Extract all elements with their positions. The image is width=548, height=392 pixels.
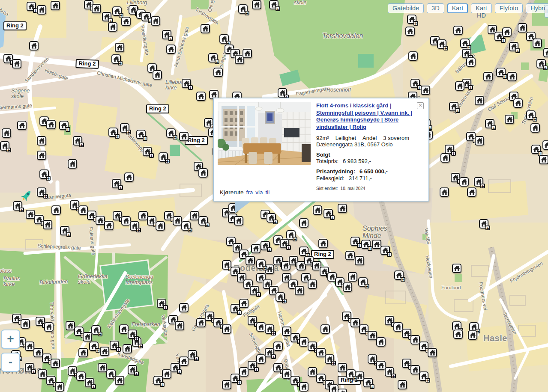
- house-marker[interactable]: [222, 324, 231, 334]
- house-marker[interactable]: [124, 172, 134, 182]
- house-marker[interactable]: [123, 344, 132, 353]
- house-marker[interactable]: [455, 81, 464, 91]
- house-marker[interactable]: [83, 332, 92, 342]
- house-marker[interactable]: +: [25, 363, 34, 372]
- house-marker[interactable]: [475, 136, 484, 146]
- house-marker[interactable]: +: [157, 299, 166, 308]
- house-marker[interactable]: +: [385, 367, 394, 377]
- house-marker[interactable]: [299, 337, 308, 347]
- house-marker[interactable]: [190, 211, 199, 220]
- house-marker[interactable]: +: [531, 145, 541, 154]
- house-marker[interactable]: +: [181, 221, 191, 231]
- house-marker[interactable]: [316, 348, 326, 357]
- house-marker[interactable]: +: [171, 363, 180, 372]
- house-marker[interactable]: +: [346, 369, 356, 379]
- house-marker[interactable]: [17, 121, 27, 130]
- house-marker[interactable]: +: [60, 226, 69, 235]
- house-marker[interactable]: [410, 335, 420, 344]
- house-marker[interactable]: +: [536, 59, 546, 68]
- house-marker[interactable]: +: [261, 241, 270, 250]
- zoom-in-button[interactable]: +: [1, 330, 20, 349]
- house-marker[interactable]: [408, 51, 418, 61]
- house-marker[interactable]: [100, 347, 109, 356]
- house-marker[interactable]: +: [265, 348, 274, 357]
- house-marker[interactable]: +: [275, 292, 285, 302]
- map-type-button-kart[interactable]: Kart: [447, 3, 468, 13]
- house-marker[interactable]: [338, 204, 347, 213]
- house-marker[interactable]: +: [70, 200, 79, 210]
- house-marker[interactable]: [466, 57, 476, 67]
- house-marker[interactable]: +: [3, 54, 13, 63]
- house-marker[interactable]: [295, 286, 304, 295]
- house-marker[interactable]: [213, 68, 223, 77]
- house-marker[interactable]: +: [73, 136, 82, 146]
- house-marker[interactable]: +: [27, 2, 36, 11]
- house-marker[interactable]: [410, 365, 420, 374]
- house-marker[interactable]: [92, 4, 101, 13]
- house-marker[interactable]: [2, 128, 11, 138]
- house-marker[interactable]: +: [102, 12, 111, 21]
- house-marker[interactable]: [256, 322, 266, 332]
- house-marker[interactable]: +: [342, 312, 351, 321]
- house-marker[interactable]: +: [496, 68, 506, 77]
- house-marker[interactable]: [166, 45, 176, 54]
- map-type-button-gatebilde[interactable]: Gatebilde: [388, 3, 424, 13]
- house-marker[interactable]: +: [265, 324, 274, 334]
- house-marker[interactable]: [26, 210, 35, 219]
- house-marker[interactable]: +: [74, 327, 84, 336]
- house-marker[interactable]: +: [361, 240, 371, 249]
- house-marker[interactable]: +: [68, 366, 77, 376]
- house-marker[interactable]: [518, 23, 527, 33]
- house-marker[interactable]: [78, 348, 88, 357]
- house-marker[interactable]: [368, 331, 377, 340]
- house-marker[interactable]: +: [120, 123, 129, 133]
- house-marker[interactable]: +: [267, 213, 276, 223]
- house-marker[interactable]: +: [162, 30, 171, 39]
- house-marker[interactable]: +: [273, 363, 283, 372]
- house-marker[interactable]: +: [526, 110, 536, 120]
- house-marker[interactable]: [345, 251, 355, 260]
- house-marker[interactable]: [421, 86, 430, 95]
- house-marker[interactable]: [533, 39, 542, 48]
- house-marker[interactable]: [175, 321, 184, 330]
- house-marker[interactable]: +: [231, 304, 240, 313]
- house-marker[interactable]: [44, 322, 54, 332]
- house-marker[interactable]: [201, 24, 210, 33]
- house-marker[interactable]: +: [159, 152, 168, 162]
- house-marker[interactable]: [440, 187, 449, 197]
- house-marker[interactable]: [542, 140, 548, 150]
- house-marker[interactable]: +: [106, 369, 116, 379]
- house-marker[interactable]: +: [34, 215, 44, 224]
- house-marker[interactable]: +: [87, 211, 96, 220]
- house-marker[interactable]: [505, 115, 514, 124]
- house-marker[interactable]: +: [36, 317, 45, 326]
- house-marker[interactable]: +: [164, 211, 174, 220]
- house-marker[interactable]: [156, 221, 165, 231]
- house-marker[interactable]: [51, 359, 60, 368]
- house-marker[interactable]: +: [256, 259, 266, 269]
- house-marker[interactable]: [21, 319, 30, 329]
- house-marker[interactable]: [51, 1, 60, 10]
- house-marker[interactable]: +: [380, 246, 390, 255]
- house-marker[interactable]: +: [204, 118, 213, 128]
- house-marker[interactable]: +: [407, 15, 416, 24]
- house-marker[interactable]: [121, 17, 131, 26]
- house-marker[interactable]: +: [110, 341, 119, 350]
- house-marker[interactable]: +: [222, 260, 231, 270]
- house-marker[interactable]: [338, 389, 347, 392]
- route-to-link[interactable]: til: [266, 189, 270, 196]
- house-marker[interactable]: [440, 153, 450, 163]
- house-marker[interactable]: [282, 327, 291, 336]
- house-marker[interactable]: [338, 363, 347, 372]
- house-marker[interactable]: +: [13, 201, 22, 211]
- house-marker[interactable]: +: [402, 359, 411, 368]
- house-marker[interactable]: +: [219, 34, 229, 44]
- route-via-link[interactable]: via: [255, 189, 263, 196]
- map-type-button-flyfoto[interactable]: Flyfoto: [495, 3, 523, 13]
- house-marker[interactable]: [37, 151, 46, 160]
- house-marker[interactable]: +: [437, 39, 446, 49]
- house-marker[interactable]: [162, 369, 171, 379]
- house-marker[interactable]: +: [198, 216, 208, 226]
- house-marker[interactable]: [467, 187, 476, 197]
- house-marker[interactable]: [372, 240, 381, 249]
